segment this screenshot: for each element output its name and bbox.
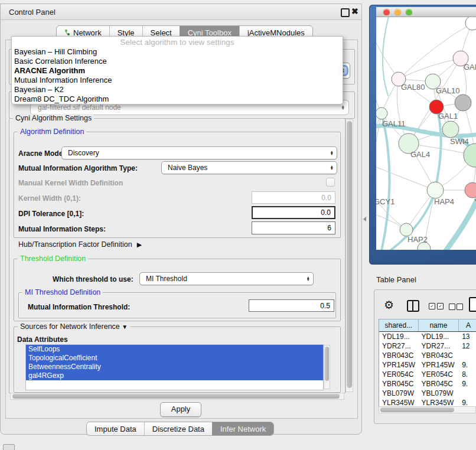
algorithm-option-basic-correlation-inference[interactable]: Basic Correlation Inference [12, 57, 343, 66]
network-node-hap4[interactable] [427, 182, 444, 198]
table-cell: 9. [459, 360, 476, 370]
column-header-a[interactable]: A [459, 319, 476, 331]
network-window-titlebar[interactable] [376, 7, 476, 17]
columns-icon[interactable] [407, 300, 419, 312]
data-attributes-list[interactable]: SelfLoopsTopologicalCoefficientBetweenne… [25, 344, 324, 390]
network-edge[interactable] [376, 67, 382, 113]
dpi-tolerance-field[interactable] [252, 206, 335, 219]
scrollbar-thumb[interactable] [347, 121, 352, 388]
select-all-checkbox-icon[interactable]: ✓ [429, 303, 435, 309]
settings-horizontal-scrollbar[interactable] [10, 393, 344, 400]
network-edge[interactable] [376, 165, 435, 190]
deselect-all-checkbox-icon2[interactable] [457, 304, 463, 310]
scrollbar-thumb[interactable] [325, 347, 329, 381]
network-node-gal11[interactable] [376, 107, 387, 119]
close-traffic-light[interactable] [383, 9, 390, 15]
algorithm-option-aracne-algorithm[interactable]: ARACNE Algorithm [12, 66, 343, 76]
network-node[interactable] [455, 94, 471, 111]
expand-arrow-icon[interactable]: ▶ [137, 241, 142, 248]
table-cell: YER054C [419, 370, 459, 379]
table-panel-title: Table Panel [376, 275, 416, 284]
manual-kernel-checkbox[interactable] [326, 178, 335, 187]
screen: Control Panel ✖ NetworkStyleSelectCyni T… [0, 0, 476, 450]
tab-label: Infer Network [220, 425, 266, 433]
network-node-y[interactable] [465, 182, 476, 198]
column-header-name[interactable]: name [419, 319, 459, 331]
network-node[interactable] [465, 17, 476, 30]
algorithm-option-bayesian-hill-climbing[interactable]: Bayesian – Hill Climbing [12, 47, 343, 57]
scrollbar-thumb[interactable] [380, 407, 454, 412]
sources-group-title: Sources for Network Inference ▼ [18, 322, 130, 331]
network-canvas-svg: GALGAL80GAL10GAL1GAL11SWI4GAL4GCY1HAP4YH… [376, 17, 476, 250]
network-node[interactable] [464, 144, 476, 167]
algorithm-dropdown-placeholder: Select algorithm to view settings [12, 38, 343, 47]
table-cell: 9. [459, 379, 476, 389]
combo-arrows-icon: ▲▼ [341, 105, 345, 110]
table-cell: 13 [459, 332, 476, 341]
table-row[interactable]: YPR145WYPR145W9. [379, 360, 476, 370]
algorithm-option-bayesian-k2[interactable]: Bayesian – K2 [12, 85, 343, 94]
network-edge-highlighted[interactable] [381, 113, 389, 250]
mi-type-combobox[interactable]: Naive Bayes ▲▼ [161, 161, 337, 174]
mi-type-label: Mutual Information Algorithm Type: [18, 164, 138, 172]
threshold-definition-title: Threshold Definition [18, 255, 88, 263]
table-row[interactable]: YDL19...YDL19...13 [379, 332, 476, 341]
algorithm-option-mutual-information-inference[interactable]: Mutual Information Inference [12, 76, 343, 85]
settings-vertical-scrollbar[interactable] [345, 119, 353, 392]
network-edge[interactable] [376, 32, 399, 79]
mi-threshold-field[interactable] [249, 299, 334, 312]
control-panel-window: Control Panel ✖ NetworkStyleSelectCyni T… [0, 4, 362, 435]
apply-button[interactable]: Apply [160, 402, 201, 417]
attributes-list-scrollbar[interactable] [324, 345, 330, 389]
node-label: SWI4 [450, 137, 469, 146]
close-icon[interactable]: ✖ [351, 6, 358, 16]
table-cell: YDL19... [419, 332, 459, 341]
attribute-item-betweennesscentrality[interactable]: BetweennessCentrality [26, 363, 323, 371]
splitpane-collapse-icon[interactable] [363, 217, 366, 221]
data-attributes-label: Data Attributes [17, 335, 68, 344]
table-cell: YBR045C [419, 379, 459, 389]
network-canvas[interactable]: GALGAL80GAL10GAL1GAL11SWI4GAL4GCY1HAP4YH… [376, 17, 476, 250]
collapse-arrow-icon[interactable]: ▼ [122, 324, 128, 330]
algorithm-option-dream8-dc-tdc-algorithm[interactable]: Dream8 DC_TDC Algorithm [12, 94, 343, 104]
table-row[interactable]: YBL079WYBL079W [379, 389, 476, 398]
network-view-inner: GALGAL80GAL10GAL1GAL11SWI4GAL4GCY1HAP4YH… [376, 7, 476, 250]
node-label: GAL1 [438, 112, 458, 120]
node-label: GAL4 [410, 150, 430, 159]
tab-discretize-data[interactable]: Discretize Data [144, 422, 212, 435]
export-table-icon[interactable] [469, 297, 476, 312]
hub-definition-toggle[interactable]: Hub/Transcription Factor Definition▶ [18, 240, 142, 249]
zoom-traffic-light[interactable] [406, 9, 412, 15]
table-row[interactable]: YDR27...YDR27...12 [379, 341, 476, 351]
cyni-algorithm-settings-title: Cyni Algorithm Settings [13, 114, 94, 122]
table-row[interactable]: YBR043CYBR043C [379, 351, 476, 360]
node-label: GCY1 [376, 197, 395, 206]
gear-icon[interactable]: ⚙ [384, 298, 394, 312]
table-row[interactable]: YLR345WYLR345W9. [379, 398, 476, 407]
network-node-icon [64, 30, 71, 36]
tab-infer-network[interactable]: Infer Network [212, 422, 273, 435]
attribute-item-gal4rgexp[interactable]: gal4RGexp [26, 371, 323, 380]
table-row[interactable]: YER054CYER054C8. [379, 370, 476, 379]
table-horizontal-scrollbar[interactable] [379, 406, 476, 413]
table-row[interactable]: YBR045CYBR045C9. [379, 379, 476, 389]
attribute-item-selfloops[interactable]: SelfLoops [26, 345, 323, 354]
select-all-checkbox-icon2[interactable]: ✓ [437, 303, 444, 309]
tab-impute-data[interactable]: Impute Data [87, 422, 144, 435]
network-edge-highlighted[interactable] [435, 112, 441, 190]
column-header-shared-[interactable]: shared... [379, 319, 419, 331]
deselect-all-checkbox-icon[interactable] [449, 304, 455, 310]
which-threshold-combobox[interactable]: MI Threshold ▲▼ [139, 272, 314, 285]
panel-corner-button[interactable] [3, 444, 15, 450]
minimize-traffic-light[interactable] [395, 9, 401, 15]
table-cell: YPR145W [419, 360, 459, 370]
network-node-hap2[interactable] [400, 223, 413, 236]
control-panel-titlebar[interactable]: Control Panel ✖ [1, 4, 361, 20]
mi-steps-field[interactable] [252, 221, 335, 234]
aracne-mode-combobox[interactable]: Discovery ▲▼ [61, 146, 337, 159]
network-node-swi4[interactable] [442, 121, 459, 138]
kernel-width-field[interactable] [252, 191, 335, 204]
scrollbar-thumb[interactable] [12, 394, 340, 399]
attribute-item-topologicalcoefficient[interactable]: TopologicalCoefficient [26, 354, 323, 363]
float-window-icon[interactable] [341, 8, 350, 17]
